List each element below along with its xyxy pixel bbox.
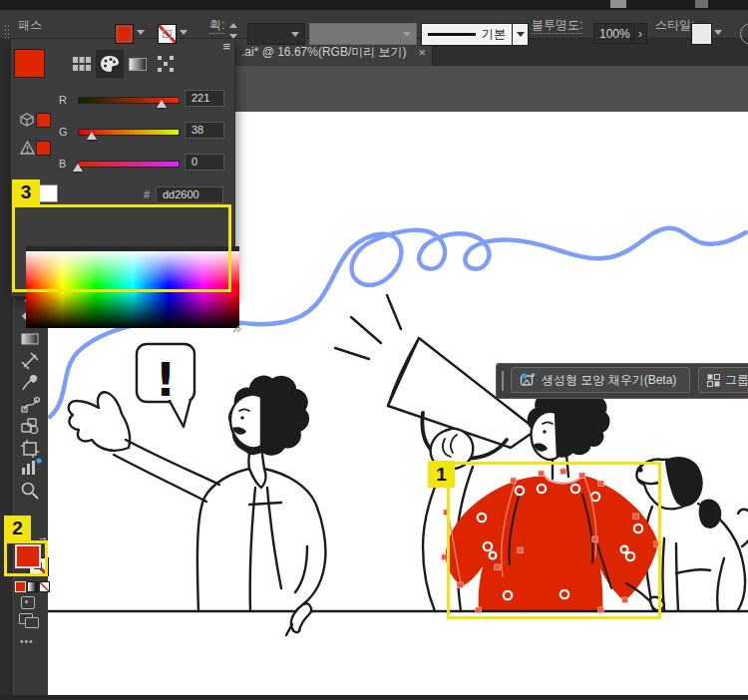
hex-label: # [144,188,150,200]
tab-color-active[interactable] [96,50,124,78]
width-tool-icon[interactable] [14,350,46,372]
pointing-hand [291,603,311,632]
generative-shape-fill-button[interactable]: 생성형 모양 채우기(Beta) [511,367,690,393]
brush-style-value: 기본 [482,26,506,43]
none-mode-button[interactable] [39,581,50,592]
drawing-mode-dot [25,600,28,603]
gradient-tool-icon[interactable] [14,328,46,350]
panel-menu-icon[interactable]: ≡ [222,39,230,54]
context-taskbar: 생성형 모양 채우기(Beta) 그룹 [496,363,748,399]
hex-value-field[interactable]: dd2600 [156,186,223,203]
brush-definition-dropdown[interactable]: 기본 [421,23,513,46]
white-color-chip[interactable] [39,184,58,202]
color-palette-icon [100,55,120,73]
fill-color-swatch[interactable] [115,24,134,44]
annotation-box-shirt [447,462,661,619]
annotation-box-fill-swatch [4,540,48,576]
channel-r-thumb[interactable] [157,100,167,108]
control-bar-grip[interactable] [5,25,9,41]
generative-fill-icon [520,372,537,388]
stroke-width-dropdown-chevron-icon [291,32,299,37]
variable-width-dropdown-disabled [309,23,417,45]
brush-dropdown-chevron[interactable] [512,23,529,46]
channel-r-label: R [59,94,71,106]
document-title: .ai* @ 16.67%(RGB/미리 보기) [241,44,407,61]
tab-pattern[interactable] [152,50,180,78]
group-icon [707,374,720,387]
opacity-expand-button[interactable]: › [633,23,647,44]
channel-g-label: G [59,126,71,138]
group-label: 그룹 [725,372,748,389]
tab-gradient[interactable] [124,50,152,78]
window-top-strip [0,0,748,10]
fill-dropdown-chevron-icon[interactable] [137,30,145,35]
annotation-badge-1: 1 [428,461,455,488]
graph-tool-icon[interactable] [14,457,46,479]
web-safe-color-chip[interactable] [36,113,51,128]
blend-tool-icon[interactable] [14,394,46,416]
swatches-icon [73,57,91,71]
stroke-dropdown-chevron-icon[interactable] [180,30,187,35]
opacity-label: 불투명도: [532,17,582,34]
gradient-icon [129,58,147,71]
gradient-mode-button[interactable] [27,581,38,592]
dog-back-spot [700,501,720,527]
man-face [531,412,558,460]
channel-g-value[interactable]: 38 [185,122,224,139]
current-color-swatch[interactable] [14,49,45,78]
channel-b-label: B [59,158,71,170]
web-color-warning-icon[interactable] [20,113,34,129]
stroke-width-dropdown[interactable] [247,23,305,45]
speech-bubble-text: ! [156,353,177,407]
tab-swatches[interactable] [68,50,96,78]
generative-fill-label: 생성형 모양 채우기(Beta) [542,372,676,389]
style-label: 스타일: [655,17,694,34]
gamut-warning-icon[interactable] [20,141,35,157]
tab-close-icon[interactable]: × [419,45,427,60]
annotation-box-spectrum [12,204,231,292]
panel-resize-grip[interactable] [231,322,242,333]
pattern-dots-icon [157,55,175,73]
edit-toolbar-button[interactable]: ••• [20,636,34,647]
taskbar-drag-handle[interactable] [502,371,504,391]
stroke-width-up-icon[interactable] [229,23,237,28]
graphic-style-swatch[interactable] [691,23,712,45]
stroke-color-swatch[interactable] [158,24,177,44]
window-bottom-strip [0,695,748,700]
style-dropdown-chevron-icon[interactable] [714,30,722,35]
annotation-badge-2: 2 [4,516,31,540]
chevron-down-icon [517,32,525,37]
channel-r-value[interactable]: 221 [185,90,224,107]
group-button[interactable]: 그룹 [698,367,748,393]
selection-type-label: 패스 [18,17,42,34]
symbol-sprayer-tool-icon[interactable] [14,416,46,438]
channel-b-thumb[interactable] [73,164,83,172]
stroke-none-hole [163,30,172,38]
stroke-width-down-icon[interactable] [229,34,237,39]
screen-mode-icon-front[interactable] [25,617,39,628]
drawing-mode-button[interactable] [21,596,35,609]
channel-g-thumb[interactable] [87,132,97,140]
control-bar: 패스 획: 기본 불투명도: 100% › 스타일: [0,10,748,39]
illustrator-window: 패스 획: 기본 불투명도: 100% › 스타일: .ai* @ 16.67%… [0,0,748,700]
menu-remnant-mark [610,0,626,8]
woman-figure [69,377,326,611]
channel-b-value[interactable]: 0 [185,154,224,171]
menu-remnant-mark [695,0,708,8]
gamut-color-chip[interactable] [36,141,51,156]
stroke-width-label: 획: [209,17,224,34]
disabled-chevron-icon [403,32,411,37]
annotation-badge-3: 3 [12,179,40,204]
eyedropper-tool-icon[interactable] [14,372,46,394]
zoom-tool-icon[interactable] [14,480,46,502]
brush-stroke-preview [428,33,476,36]
opacity-field[interactable]: 100% [593,23,632,44]
channel-b-slider[interactable] [78,161,180,168]
color-mode-button[interactable] [15,581,26,592]
